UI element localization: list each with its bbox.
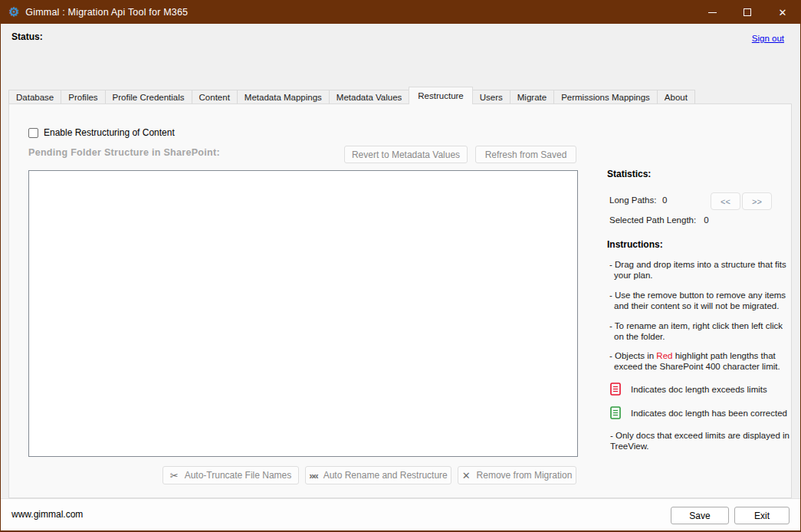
auto-rename-label: Auto Rename and Restructure <box>323 470 448 481</box>
tab-restructure[interactable]: Restructure <box>409 87 472 104</box>
green-document-icon <box>610 406 621 419</box>
selected-path-length-row: Selected Path Length:0 <box>607 215 790 225</box>
long-paths-row: Long Paths: 0 << >> <box>607 192 790 211</box>
legend-green-doc: Indicates doc length has been corrected <box>607 406 790 419</box>
window-title: Gimmal : Migration Api Tool for M365 <box>25 7 188 18</box>
tab-content[interactable]: Content <box>192 90 238 104</box>
tab-database[interactable]: Database <box>8 90 61 104</box>
title-bar: ⚙ Gimmal : Migration Api Tool for M365 ✕ <box>1 1 800 24</box>
instruction-red-objects: - Objects in Red highlight path lengths … <box>607 351 793 372</box>
long-paths-value: 0 <box>662 195 667 205</box>
maximize-button[interactable] <box>730 1 765 24</box>
instructions-heading: Instructions: <box>607 239 790 250</box>
next-long-path-button[interactable]: >> <box>742 192 772 210</box>
tab-permissions-mappings[interactable]: Permissions Mappings <box>553 90 658 104</box>
remove-from-migration-button[interactable]: ✕ Remove from Migration <box>458 466 576 484</box>
maximize-icon <box>744 8 751 16</box>
app-gear-icon: ⚙ <box>8 6 19 18</box>
tab-profile-credentials[interactable]: Profile Credentials <box>105 90 192 104</box>
sign-out-link[interactable]: Sign out <box>752 34 784 43</box>
tab-control: Database Profiles Profile Credentials Co… <box>8 87 792 498</box>
window-controls: ✕ <box>694 1 800 24</box>
red-word: Red <box>656 351 672 360</box>
enable-restructuring-label: Enable Restructuring of Content <box>44 127 175 138</box>
pending-folder-structure-label: Pending Folder Structure in SharePoint: <box>28 147 220 158</box>
tab-strip: Database Profiles Profile Credentials Co… <box>8 88 694 104</box>
instruction-remove-button: - Use the remove button to remove any it… <box>607 291 793 311</box>
remove-x-icon: ✕ <box>462 470 471 481</box>
enable-restructuring-checkbox[interactable]: Enable Restructuring of Content <box>28 127 175 138</box>
instruction-drag-drop: - Drag and drop items into a structure t… <box>607 260 793 281</box>
restructure-tab-page: Enable Restructuring of Content Pending … <box>8 103 792 498</box>
selected-path-length-value: 0 <box>704 215 708 225</box>
previous-long-path-button[interactable]: << <box>711 192 740 210</box>
close-icon: ✕ <box>779 8 787 18</box>
minimize-icon <box>708 12 717 13</box>
tab-about[interactable]: About <box>657 90 695 104</box>
right-panel: Statistics: Long Paths: 0 << >> Selected… <box>607 169 790 452</box>
footer-bar: www.gimmal.com Save Exit <box>1 498 800 530</box>
pending-folder-structure-treeview[interactable] <box>28 170 578 457</box>
checkbox-box-icon <box>28 128 38 138</box>
instruction-rename: - To rename an item, right click then le… <box>607 321 793 342</box>
close-button[interactable]: ✕ <box>765 1 800 24</box>
minimize-button[interactable] <box>694 1 730 24</box>
exit-button[interactable]: Exit <box>734 507 790 524</box>
selected-path-length-label: Selected Path Length: <box>609 215 696 225</box>
auto-truncate-label: Auto-Truncate File Names <box>185 470 292 481</box>
status-label: Status: <box>11 31 43 42</box>
tab-users[interactable]: Users <box>472 90 510 104</box>
tab-migrate[interactable]: Migrate <box>510 90 554 104</box>
red-document-icon <box>610 383 621 396</box>
legend-red-doc: Indicates doc length exceeds limits <box>607 383 790 396</box>
scissors-icon: ✂ <box>170 470 179 481</box>
tab-profiles[interactable]: Profiles <box>61 90 105 104</box>
legend-green-text: Indicates doc length has been corrected <box>631 409 787 418</box>
long-paths-label: Long Paths: <box>609 195 656 205</box>
instruction-treeview-note: - Only docs that exceed limits are displ… <box>607 431 793 452</box>
remove-from-migration-label: Remove from Migration <box>477 470 573 481</box>
tab-metadata-mappings[interactable]: Metadata Mappings <box>237 90 330 104</box>
website-url: www.gimmal.com <box>11 509 83 520</box>
auto-rename-and-restructure-button[interactable]: »« Auto Rename and Restructure <box>305 466 451 484</box>
app-window: ⚙ Gimmal : Migration Api Tool for M365 ✕… <box>0 0 801 532</box>
legend-red-text: Indicates doc length exceeds limits <box>631 385 767 394</box>
merge-arrows-icon: »« <box>309 470 317 481</box>
auto-truncate-file-names-button[interactable]: ✂ Auto-Truncate File Names <box>162 466 299 484</box>
save-button[interactable]: Save <box>671 507 729 524</box>
tab-metadata-values[interactable]: Metadata Values <box>329 90 409 104</box>
statistics-heading: Statistics: <box>607 169 790 179</box>
revert-to-metadata-values-button[interactable]: Revert to Metadata Values <box>344 146 468 163</box>
refresh-from-saved-button[interactable]: Refresh from Saved <box>475 146 576 163</box>
